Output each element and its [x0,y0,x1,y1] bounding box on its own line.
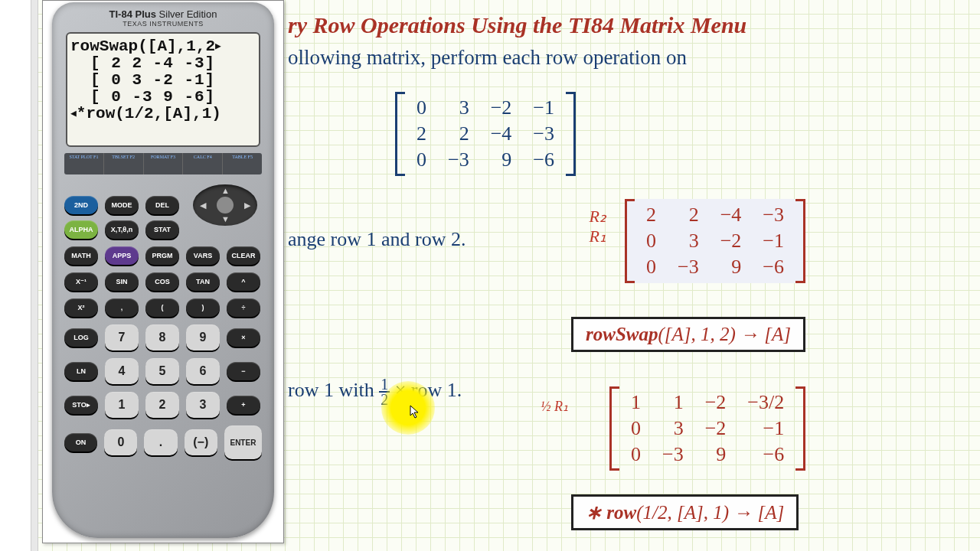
key-2nd[interactable]: 2ND [64,196,98,214]
key-2[interactable]: 2 [145,392,179,418]
key-rparen[interactable]: ) [186,298,220,317]
row-labels-a: R₂ R₁ [579,207,612,246]
key-dot[interactable]: . [144,429,177,455]
key-5[interactable]: 5 [145,358,179,384]
key-lparen[interactable]: ( [145,298,179,317]
mouse-cursor-icon [410,405,422,420]
key-add[interactable]: + [227,396,260,414]
calc-brand: TEXAS INSTRUMENTS [52,20,274,28]
keypad: 2ND MODE DEL ▲▼◀▶ ALPHA X,T,θ,n STAT MAT… [64,182,262,459]
screen-matrix-row-3: [ 0 -3 9 -6] [90,89,256,106]
screen-matrix-row-2: [ 0 3 -2 -1] [90,72,256,89]
calc-screen: rowSwap([A],1,2▶ [ 2 2 -4 -3] [ 0 3 -2 -… [66,32,260,147]
key-6[interactable]: 6 [186,358,220,384]
fkey-trace[interactable]: CALC F4 [183,153,223,174]
key-sq[interactable]: X² [64,298,98,317]
key-stat[interactable]: STAT [145,220,179,239]
key-alpha[interactable]: ALPHA [64,220,98,239]
code-a: rowSwap([A], 1, 2) → [A] [571,317,805,352]
calculator-panel: TI-84 Plus Silver Edition TEXAS INSTRUME… [42,0,284,543]
key-sto[interactable]: STO▸ [64,396,98,414]
key-sin[interactable]: SIN [105,272,139,291]
fkey-zoom[interactable]: FORMAT F3 [144,153,184,174]
calc-header: TI-84 Plus Silver Edition TEXAS INSTRUME… [52,2,274,29]
key-comma[interactable]: , [105,298,139,317]
code-b: ∗ row(1/2, [A], 1) → [A] [571,494,799,530]
key-enter[interactable]: ENTER [224,425,262,459]
key-tan[interactable]: TAN [186,272,220,291]
key-7[interactable]: 7 [105,324,139,350]
key-vars[interactable]: VARS [186,246,220,265]
key-on[interactable]: ON [64,433,97,452]
left-gutter [31,0,38,551]
key-sub[interactable]: − [227,362,260,380]
key-neg[interactable]: (−) [185,429,217,455]
given-matrix: 03−2−1 22−4−3 0−39−6 [395,92,576,179]
key-pow[interactable]: ^ [227,272,260,291]
key-apps[interactable]: APPS [105,246,139,265]
key-math[interactable]: MATH [64,246,98,265]
key-clear[interactable]: CLEAR [227,246,260,265]
key-cos[interactable]: COS [145,272,179,291]
key-xt[interactable]: X,T,θ,n [105,220,139,239]
screen-line-1: rowSwap([A],1,2 [70,37,215,55]
calc-model: TI-84 Plus [109,8,156,20]
screen-matrix-row-1: [ 2 2 -4 -3] [90,55,256,72]
key-mul[interactable]: × [227,328,260,347]
cursor-left-icon: ◀ [70,108,77,119]
key-0[interactable]: 0 [104,429,137,455]
ti84-calculator: TI-84 Plus Silver Edition TEXAS INSTRUME… [52,2,274,538]
fkey-y[interactable]: STAT PLOT F1 [64,153,104,174]
key-inv[interactable]: X⁻¹ [64,272,98,291]
function-keys: STAT PLOT F1 TBLSET F2 FORMAT F3 CALC F4… [64,153,262,174]
key-ln[interactable]: LN [64,362,98,380]
label-r2: R₂ [579,207,606,227]
key-1[interactable]: 1 [105,392,139,418]
result-matrix-a: 22−4−3 03−2−1 0−39−6 [625,199,805,286]
fkey-window[interactable]: TBLSET F2 [104,153,144,174]
fkey-graph[interactable]: TABLE F5 [223,153,262,174]
lesson-content: ry Row Operations Using the TI84 Matrix … [288,0,934,551]
calc-model-edition: Silver Edition [156,8,217,20]
cursor-right-icon: ▶ [215,41,221,52]
label-half-r1: ½ R₁ [541,398,568,415]
key-3[interactable]: 3 [186,392,220,418]
screen-line-2: *row(1/2,[A],1) [77,105,221,122]
label-r1: R₁ [579,227,606,246]
key-div[interactable]: ÷ [227,298,260,317]
key-9[interactable]: 9 [186,324,220,350]
key-8[interactable]: 8 [145,324,179,350]
lead-text: ollowing matrix, perform each row operat… [288,46,934,70]
key-prgm[interactable]: PRGM [145,246,179,265]
key-4[interactable]: 4 [105,358,139,384]
key-del[interactable]: DEL [145,196,179,214]
result-matrix-b: 11−2−3/2 03−2−1 0−39−6 [609,386,805,474]
key-mode[interactable]: MODE [105,196,139,214]
key-log[interactable]: LOG [64,328,98,347]
dpad[interactable]: ▲▼◀▶ [188,182,262,228]
page-title: ry Row Operations Using the TI84 Matrix … [288,12,934,38]
